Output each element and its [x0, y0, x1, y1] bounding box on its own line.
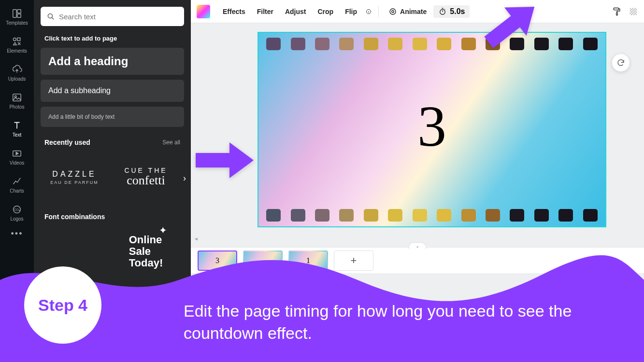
rail-videos[interactable]: Videos: [0, 143, 34, 171]
canvas-area: ◄ 3: [191, 23, 644, 362]
see-all-link[interactable]: See all: [162, 139, 180, 146]
animate-button[interactable]: Animate: [384, 4, 431, 19]
font-combo-text: Online Sale Today!: [129, 234, 163, 269]
rail-elements[interactable]: Elements: [0, 31, 34, 59]
rail-charts[interactable]: Charts: [0, 171, 34, 199]
text-panel: Click text to add to page Add a heading …: [34, 0, 191, 362]
font-combinations-title: Font combinations: [44, 213, 105, 221]
timing-button[interactable]: 5.0s Edit timing: [433, 5, 470, 18]
rail-more[interactable]: •••: [11, 229, 23, 239]
chevron-right-icon[interactable]: ›: [183, 173, 186, 183]
left-rail: Templates Elements Uploads Photos Text V…: [0, 0, 34, 362]
film-sprockets-top: [258, 38, 605, 50]
svg-point-12: [390, 9, 396, 14]
add-page-button[interactable]: +: [334, 251, 373, 271]
effects-button[interactable]: Effects: [218, 5, 250, 18]
refresh-button[interactable]: [612, 54, 630, 71]
page-thumb[interactable]: [243, 251, 283, 271]
countdown-number: 3: [417, 93, 446, 160]
font-combo-thumb[interactable]: ✦ Online Sale Today!: [112, 227, 180, 276]
stopwatch-icon: [438, 7, 447, 16]
svg-rect-4: [17, 38, 20, 41]
search-box[interactable]: [41, 7, 184, 26]
rail-label: Uploads: [8, 76, 26, 82]
flip-button[interactable]: Flip: [340, 5, 362, 18]
svg-point-13: [392, 10, 394, 13]
font-combo-thumb[interactable]: [41, 227, 108, 276]
font-combo-thumbs: ✦ Online Sale Today!: [41, 227, 184, 276]
recent-thumb[interactable]: DAZZLE EAU DE PARFUM: [41, 153, 108, 201]
recently-used-title: Recently used: [44, 139, 90, 146]
film-sprockets-bottom: [258, 209, 605, 222]
svg-rect-2: [17, 14, 21, 17]
search-input[interactable]: [59, 13, 178, 21]
scroll-handle[interactable]: ◄: [194, 236, 199, 241]
canvas-frame[interactable]: 3: [258, 32, 606, 227]
info-icon[interactable]: [364, 7, 373, 16]
svg-rect-16: [616, 12, 618, 15]
adjust-button[interactable]: Adjust: [280, 5, 311, 18]
svg-point-10: [48, 14, 52, 18]
rail-templates[interactable]: Templates: [0, 3, 34, 31]
color-picker[interactable]: [197, 5, 210, 18]
rail-uploads[interactable]: Uploads: [0, 59, 34, 87]
recent-thumb[interactable]: CUE THE confetti: [112, 153, 180, 201]
add-heading-button[interactable]: Add a heading: [41, 48, 184, 75]
svg-point-3: [13, 38, 16, 41]
rail-text[interactable]: Text: [0, 115, 34, 143]
svg-rect-5: [13, 94, 21, 101]
filter-button[interactable]: Filter: [252, 5, 278, 18]
svg-rect-0: [13, 10, 16, 18]
tutorial-arrow-top: [473, 0, 546, 57]
separator: [378, 6, 379, 17]
rail-photos[interactable]: Photos: [0, 87, 34, 115]
top-toolbar: Effects Filter Adjust Crop Flip Animate …: [191, 0, 644, 23]
rail-label: Text: [13, 132, 21, 138]
page-thumb[interactable]: 3: [198, 251, 237, 271]
tutorial-arrow-left: [193, 136, 256, 186]
animate-icon: [388, 7, 397, 16]
add-subheading-button[interactable]: Add a subheading: [41, 80, 184, 102]
svg-rect-15: [614, 8, 618, 10]
page-strip: ⌄ 3 1 +: [191, 247, 644, 273]
refresh-icon: [616, 58, 625, 67]
rail-logos[interactable]: CO₂ Logos: [0, 199, 34, 227]
rail-label: Templates: [6, 20, 28, 26]
search-icon: [46, 12, 55, 21]
sparkle-icon: ✦: [159, 224, 167, 236]
pages-toggle[interactable]: ⌄: [409, 242, 426, 249]
rail-label: Charts: [10, 188, 24, 194]
svg-rect-19: [630, 8, 637, 15]
rail-label: Photos: [9, 104, 24, 110]
panel-hint: Click text to add to page: [44, 35, 184, 42]
page-thumb[interactable]: 1: [288, 251, 328, 271]
rail-label: Logos: [10, 216, 23, 222]
rail-label: Elements: [7, 48, 27, 54]
rail-label: Videos: [10, 160, 24, 166]
paint-roller-icon[interactable]: [612, 7, 622, 16]
crop-button[interactable]: Crop: [313, 5, 338, 18]
recent-thumbs: DAZZLE EAU DE PARFUM CUE THE confetti ›: [41, 153, 184, 201]
transparency-icon[interactable]: [629, 7, 638, 16]
svg-rect-1: [17, 10, 21, 13]
add-body-button[interactable]: Add a little bit of body text: [41, 107, 184, 127]
svg-text:CO₂: CO₂: [14, 208, 20, 211]
